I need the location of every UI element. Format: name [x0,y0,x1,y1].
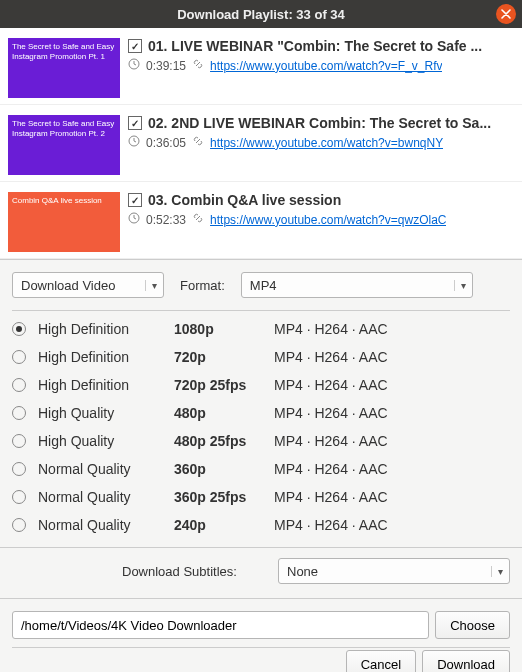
quality-resolution: 720p 25fps [174,377,274,393]
subtitles-dropdown-value: None [287,564,318,579]
window-title: Download Playlist: 33 of 34 [177,7,345,22]
quality-resolution: 480p [174,405,274,421]
playlist-item-url[interactable]: https://www.youtube.com/watch?v=bwnqNY [210,136,443,150]
quality-resolution: 360p [174,461,274,477]
quality-resolution: 1080p [174,321,274,337]
playlist-checkbox[interactable]: ✓ [128,39,142,53]
radio-button[interactable] [12,490,26,504]
quality-resolution: 720p [174,349,274,365]
playlist-checkbox[interactable]: ✓ [128,116,142,130]
playlist-item-info: ✓ 01. LIVE WEBINAR "Combin: The Secret t… [128,38,514,98]
quality-codec: MP4 · H264 · AAC [274,517,388,533]
radio-button[interactable] [12,350,26,364]
playlist-checkbox[interactable]: ✓ [128,193,142,207]
cancel-button[interactable]: Cancel [346,650,416,672]
quality-codec: MP4 · H264 · AAC [274,321,388,337]
playlist-item-duration: 0:39:15 [146,59,186,73]
quality-codec: MP4 · H264 · AAC [274,433,388,449]
quality-resolution: 240p [174,517,274,533]
quality-option[interactable]: Normal Quality 240p MP4 · H264 · AAC [12,511,510,539]
radio-button[interactable] [12,378,26,392]
thumbnail-text: The Secret to Safe and Easy Instagram Pr… [12,42,116,61]
radio-button[interactable] [12,518,26,532]
quality-codec: MP4 · H264 · AAC [274,405,388,421]
quality-label: High Definition [38,377,174,393]
format-label: Format: [180,278,225,293]
quality-label: Normal Quality [38,517,174,533]
thumbnail-text: Combin Q&A live session [12,196,116,206]
path-input[interactable] [12,611,429,639]
quality-option[interactable]: High Definition 1080p MP4 · H264 · AAC [12,315,510,343]
quality-list: High Definition 1080p MP4 · H264 · AAC H… [0,311,522,548]
quality-option[interactable]: High Definition 720p 25fps MP4 · H264 · … [12,371,510,399]
playlist-item-info: ✓ 03. Combin Q&A live session 0:52:33 ht… [128,192,514,252]
quality-option[interactable]: Normal Quality 360p 25fps MP4 · H264 · A… [12,483,510,511]
playlist-item-url[interactable]: https://www.youtube.com/watch?v=F_v_Rfv [210,59,442,73]
clock-icon [128,135,140,150]
format-dropdown-value: MP4 [250,278,277,293]
quality-resolution: 360p 25fps [174,489,274,505]
chevron-down-icon: ▾ [454,280,466,291]
quality-option[interactable]: High Definition 720p MP4 · H264 · AAC [12,343,510,371]
playlist-item-url[interactable]: https://www.youtube.com/watch?v=qwzOlaC [210,213,446,227]
link-icon [192,58,204,73]
radio-button[interactable] [12,462,26,476]
thumbnail-text: The Secret to Safe and Easy Instagram Pr… [12,119,116,138]
playlist-item[interactable]: Combin Q&A live session ✓ 03. Combin Q&A… [0,182,522,259]
chevron-down-icon: ▾ [491,566,503,577]
quality-label: High Quality [38,433,174,449]
subtitles-dropdown[interactable]: None ▾ [278,558,510,584]
quality-label: Normal Quality [38,461,174,477]
format-dropdown[interactable]: MP4 ▾ [241,272,473,298]
playlist-item-duration: 0:52:33 [146,213,186,227]
link-icon [192,212,204,227]
quality-option[interactable]: Normal Quality 360p MP4 · H264 · AAC [12,455,510,483]
close-button[interactable] [496,4,516,24]
radio-button[interactable] [12,434,26,448]
playlist-item[interactable]: The Secret to Safe and Easy Instagram Pr… [0,28,522,105]
subtitles-label: Download Subtitles: [122,564,237,579]
radio-button[interactable] [12,406,26,420]
quality-codec: MP4 · H264 · AAC [274,349,388,365]
playlist-item-info: ✓ 02. 2ND LIVE WEBINAR Combin: The Secre… [128,115,514,175]
link-icon [192,135,204,150]
close-icon [501,9,511,19]
quality-codec: MP4 · H264 · AAC [274,489,388,505]
choose-button[interactable]: Choose [435,611,510,639]
quality-option[interactable]: High Quality 480p 25fps MP4 · H264 · AAC [12,427,510,455]
clock-icon [128,212,140,227]
radio-button[interactable] [12,322,26,336]
quality-label: High Definition [38,321,174,337]
thumbnail: Combin Q&A live session [8,192,120,252]
title-bar: Download Playlist: 33 of 34 [0,0,522,28]
quality-label: High Quality [38,405,174,421]
thumbnail: The Secret to Safe and Easy Instagram Pr… [8,38,120,98]
playlist-item[interactable]: The Secret to Safe and Easy Instagram Pr… [0,105,522,182]
playlist-item-duration: 0:36:05 [146,136,186,150]
quality-label: High Definition [38,349,174,365]
playlist-item-title: 01. LIVE WEBINAR "Combin: The Secret to … [148,38,482,54]
action-dropdown-value: Download Video [21,278,115,293]
playlist-item-title: 03. Combin Q&A live session [148,192,341,208]
playlist-list: The Secret to Safe and Easy Instagram Pr… [0,28,522,260]
action-dropdown[interactable]: Download Video ▾ [12,272,164,298]
playlist-item-title: 02. 2ND LIVE WEBINAR Combin: The Secret … [148,115,491,131]
quality-label: Normal Quality [38,489,174,505]
thumbnail: The Secret to Safe and Easy Instagram Pr… [8,115,120,175]
clock-icon [128,58,140,73]
quality-resolution: 480p 25fps [174,433,274,449]
chevron-down-icon: ▾ [145,280,157,291]
quality-codec: MP4 · H264 · AAC [274,461,388,477]
download-button[interactable]: Download [422,650,510,672]
quality-codec: MP4 · H264 · AAC [274,377,388,393]
quality-option[interactable]: High Quality 480p MP4 · H264 · AAC [12,399,510,427]
